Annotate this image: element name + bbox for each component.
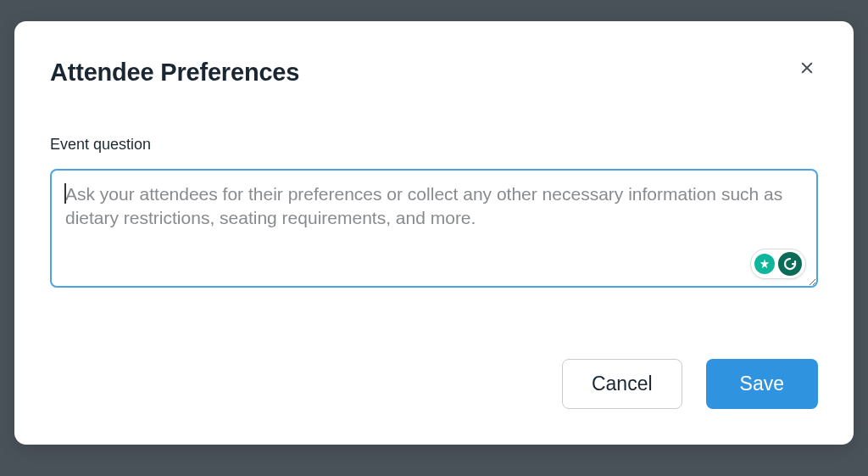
attendee-preferences-modal: Attendee Preferences Event question: [14, 21, 854, 445]
close-icon: [799, 60, 815, 78]
save-button[interactable]: Save: [706, 359, 818, 409]
event-question-textarea[interactable]: [50, 169, 818, 288]
grammarly-widget[interactable]: [750, 249, 806, 279]
modal-header: Attendee Preferences: [50, 59, 818, 87]
grammarly-g-icon: [778, 252, 802, 276]
textarea-wrapper: [50, 169, 818, 291]
modal-title: Attendee Preferences: [50, 59, 299, 87]
event-question-label: Event question: [50, 136, 818, 154]
modal-footer: Cancel Save: [50, 359, 818, 409]
text-cursor: [64, 183, 66, 204]
cancel-button[interactable]: Cancel: [562, 359, 682, 409]
grammarly-gen-icon: [754, 254, 775, 274]
close-button[interactable]: [796, 57, 818, 81]
